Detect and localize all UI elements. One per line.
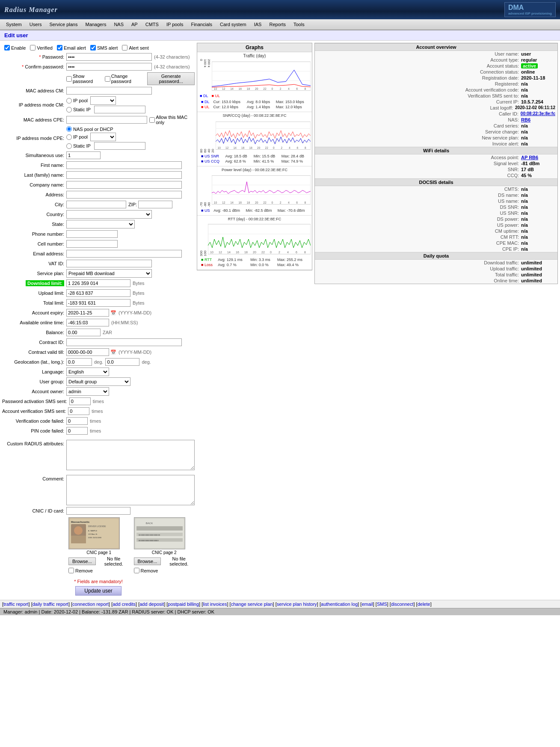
nav-service-plans[interactable]: Service plans [45,20,81,29]
nas-link[interactable]: RB6 [521,117,555,122]
custom-radius-textarea[interactable] [66,440,195,470]
nav-tools[interactable]: Tools [290,20,308,29]
link-add-deposit[interactable]: add deposit [139,602,164,607]
allow-mac-checkbox[interactable] [149,117,155,123]
enable-checkbox-label[interactable]: Enable [4,45,26,50]
sms-alert-checkbox[interactable] [90,45,96,50]
geo-lat-input[interactable] [66,358,92,366]
email-alert-checkbox[interactable] [57,45,62,50]
simultaneous-use-input[interactable] [66,151,101,159]
company-name-input[interactable] [66,181,182,189]
nav-managers[interactable]: Managers [81,20,110,29]
link-disconnect[interactable]: disconnect [391,602,414,607]
ip-pool-select-cpe[interactable] [90,133,116,141]
link-sms[interactable]: SMS [377,602,387,607]
nav-financials[interactable]: Financials [187,20,216,29]
static-ip-cpe-input[interactable] [94,142,145,150]
user-group-select[interactable]: Default group [66,377,130,386]
service-plan-select[interactable]: Prepaid MB download [66,269,152,278]
enable-checkbox[interactable] [4,45,10,50]
zip-input[interactable] [138,201,172,208]
contract-valid-till-input[interactable] [66,348,109,356]
comment-textarea[interactable] [66,475,195,505]
link-change-service-plan[interactable]: change service plan [231,602,273,607]
allow-mac-label[interactable]: Allow this MAC only [149,115,195,125]
generate-password-button[interactable]: Generate password... [147,72,195,85]
alert-sent-checkbox[interactable] [122,45,127,50]
first-name-input[interactable] [66,161,182,169]
ip-pool-radio-cm[interactable] [66,98,72,104]
cell-input[interactable] [66,240,118,248]
link-list-invoices[interactable]: list invoices [203,602,227,607]
download-limit-input[interactable] [66,279,130,287]
last-name-input[interactable] [66,171,182,179]
alert-sent-checkbox-label[interactable]: Alert sent [122,45,148,50]
access-point-link[interactable]: AP RB6 [521,155,555,160]
city-input[interactable] [66,201,126,208]
language-select[interactable]: English [66,368,109,376]
link-traffic-report[interactable]: traffic report [3,602,29,607]
nav-cmts[interactable]: CMTS [142,20,163,29]
calendar-icon-2[interactable]: 📅 [110,350,116,355]
vat-input[interactable] [66,260,152,267]
pin-code-input[interactable] [66,427,88,435]
remove-cnic1-checkbox[interactable] [68,568,74,573]
state-select[interactable] [66,220,135,228]
sms-alert-checkbox-label[interactable]: SMS alert [90,45,118,50]
verification-code-input[interactable] [66,417,88,425]
nav-system[interactable]: System [2,20,26,29]
link-postpaid-billing[interactable]: postpaid billing [168,602,199,607]
nav-users[interactable]: Users [26,20,46,29]
link-service-plan-history[interactable]: service plan history [277,602,317,607]
email-input[interactable] [66,250,182,258]
cnic-input[interactable] [66,507,130,515]
ip-pool-select-cm[interactable] [90,96,116,105]
link-authentication-log[interactable]: authentication log [321,602,358,607]
confirm-password-input[interactable] [66,63,152,71]
mac-address-cpe-input[interactable] [66,116,147,124]
static-ip-radio-cm[interactable] [66,107,72,113]
nav-ap[interactable]: AP [127,20,142,29]
remove-cnic2-checkbox[interactable] [134,568,139,573]
password-input[interactable] [66,53,152,61]
change-password-checkbox[interactable] [105,76,110,82]
balance-input[interactable] [66,329,101,336]
static-ip-cm-input[interactable] [94,106,145,113]
caller-id-link[interactable]: 00:08:22:3e:8e:fc [521,111,555,116]
nav-card-system[interactable]: Card system [216,20,250,29]
show-password-label[interactable]: Show password [66,74,101,84]
country-select[interactable] [66,210,152,219]
available-online-time-input[interactable] [66,319,109,326]
link-connection-report[interactable]: connection report [72,602,109,607]
link-daily-traffic-report[interactable]: daily traffic report [33,602,68,607]
browse-button-1[interactable]: Browse... [68,557,96,565]
email-alert-checkbox-label[interactable]: Email alert [57,45,86,50]
upload-limit-input[interactable] [66,289,130,297]
geo-lng-input[interactable] [105,358,139,366]
phone-input[interactable] [66,230,118,238]
change-password-label[interactable]: Change password [105,74,144,84]
link-email[interactable]: email [361,602,373,607]
browse-button-2[interactable]: Browse... [134,557,161,565]
calendar-icon[interactable]: 📅 [110,310,116,316]
password-sms-input[interactable] [69,397,91,405]
nav-nas[interactable]: NAS [110,20,127,29]
nav-ip-pools[interactable]: IP pools [163,20,187,29]
total-limit-input[interactable] [66,299,130,307]
update-user-button[interactable]: Update user [75,586,121,596]
ip-pool-radio-cpe[interactable] [66,134,72,140]
mac-address-cm-input[interactable] [66,87,152,95]
static-ip-radio-cpe[interactable] [66,143,72,149]
address-input[interactable] [66,191,182,199]
nas-pool-dhcp-radio[interactable] [66,126,72,132]
verified-checkbox[interactable] [30,45,36,50]
account-owner-select[interactable]: admin [66,387,109,396]
show-password-checkbox[interactable] [66,76,72,82]
nav-ias[interactable]: IAS [250,20,266,29]
link-add-credits[interactable]: add credits [113,602,136,607]
account-verification-sms-input[interactable] [68,407,89,415]
link-delete[interactable]: delete [418,602,430,607]
nav-reports[interactable]: Reports [265,20,290,29]
account-expiry-input[interactable] [66,309,109,317]
verified-checkbox-label[interactable]: Verified [30,45,53,50]
